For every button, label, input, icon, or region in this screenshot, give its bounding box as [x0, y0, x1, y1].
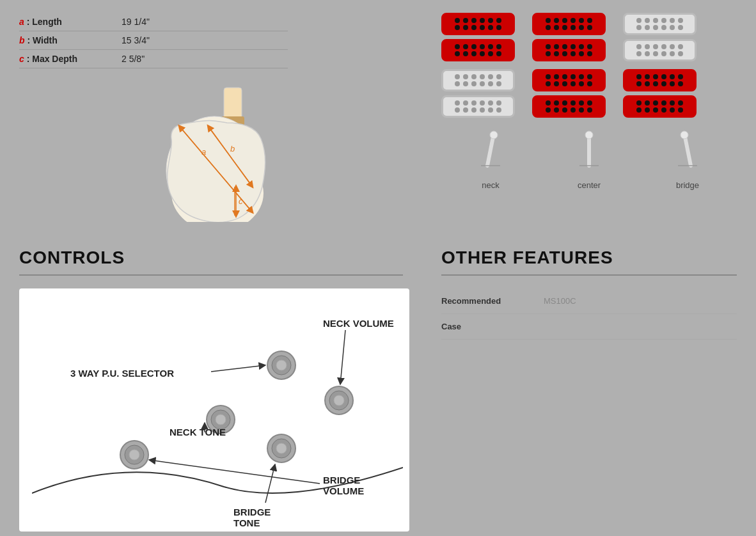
switch-neck-label: neck [482, 180, 499, 190]
svg-point-25 [276, 360, 287, 370]
guitar-diagram: a b c [19, 81, 403, 222]
other-features-title: OTHER FEATURES [441, 248, 737, 268]
svg-point-40 [276, 443, 287, 453]
guitar-svg: a b c [122, 81, 301, 222]
svg-text:NECK TONE: NECK TONE [169, 427, 226, 437]
svg-point-18 [585, 131, 593, 139]
svg-point-21 [681, 131, 688, 139]
controls-svg: 3 WAY P.U. SELECTOR NECK VOLUME NECK TON [32, 301, 403, 532]
svg-line-32 [340, 330, 345, 384]
dim-value-c: 2 5/8" [122, 54, 145, 64]
svg-text:NECK VOLUME: NECK VOLUME [323, 318, 394, 329]
feature-value-recommended: MS100C [544, 296, 576, 306]
pickup-4 [441, 69, 524, 118]
switch-positions: neck center bridge [441, 130, 737, 190]
dim-label-c: c : Max Depth [19, 54, 122, 64]
svg-line-49 [149, 460, 320, 484]
svg-point-46 [129, 450, 139, 460]
svg-line-27 [211, 365, 265, 372]
feature-label-case: Case [441, 322, 544, 331]
feature-row-case: Case [441, 314, 737, 340]
svg-text:TONE: TONE [233, 517, 260, 528]
pickup-1 [441, 13, 524, 61]
svg-point-35 [216, 414, 226, 425]
features-table: Recommended MS100C Case [441, 288, 737, 340]
controls-title: CONTROLS [19, 248, 403, 268]
feature-label-recommended: Recommended [441, 296, 544, 306]
other-features-divider [441, 274, 737, 276]
pickup-2 [532, 13, 615, 61]
switch-neck: neck [478, 130, 503, 190]
dim-row-depth: c : Max Depth 2 5/8" [19, 50, 288, 68]
svg-text:BRIDGE: BRIDGE [233, 507, 271, 517]
dim-value-b: 15 3/4" [122, 35, 150, 45]
switch-bridge: bridge [675, 130, 700, 190]
svg-text:b: b [230, 144, 235, 154]
dim-label-a: a : Length [19, 17, 122, 27]
pickup-5 [532, 69, 615, 118]
controls-diagram: 3 WAY P.U. SELECTOR NECK VOLUME NECK TON [19, 288, 409, 532]
neck-switch-icon [478, 130, 503, 175]
bridge-switch-icon [675, 130, 700, 175]
pickup-6 [623, 69, 706, 118]
svg-rect-0 [224, 88, 242, 120]
switch-bridge-label: bridge [676, 180, 699, 190]
controls-section: CONTROLS 3 WAY P.U. SELECTOR [0, 241, 422, 536]
dim-value-a: 19 1/4" [122, 17, 150, 27]
controls-divider [19, 274, 403, 276]
other-features-section: OTHER FEATURES Recommended MS100C Case [422, 241, 756, 536]
pickup-3 [623, 13, 706, 61]
svg-line-43 [265, 464, 275, 503]
switch-center: center [576, 130, 602, 190]
dim-row-length: a : Length 19 1/4" [19, 13, 288, 31]
dimensions-table: a : Length 19 1/4" b : Width 15 3/4" c :… [19, 13, 288, 68]
svg-text:VOLUME: VOLUME [323, 485, 364, 496]
dim-label-b: b : Width [19, 35, 122, 45]
switch-center-label: center [578, 180, 601, 190]
feature-row-recommended: Recommended MS100C [441, 288, 737, 314]
pickups-section: neck center bridge [422, 0, 756, 241]
dim-row-width: b : Width 15 3/4" [19, 31, 288, 50]
svg-text:BRIDGE: BRIDGE [323, 475, 360, 485]
svg-point-30 [334, 395, 344, 406]
svg-text:3 WAY P.U. SELECTOR: 3 WAY P.U. SELECTOR [70, 368, 174, 379]
center-switch-icon [576, 130, 602, 175]
svg-point-15 [490, 131, 498, 139]
